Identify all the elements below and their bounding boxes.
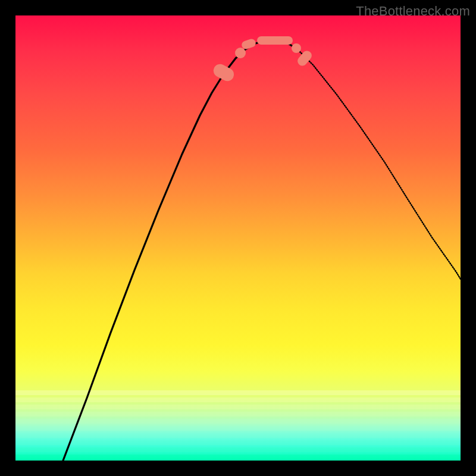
plot-area [15,15,461,461]
svg-rect-3 [257,36,293,45]
outer-frame: TheBottleneck.com [0,0,476,476]
svg-point-4 [292,43,301,53]
svg-rect-0 [211,62,236,83]
svg-point-1 [235,48,246,58]
valley-markers [15,15,461,461]
watermark-text: TheBottleneck.com [356,4,470,19]
